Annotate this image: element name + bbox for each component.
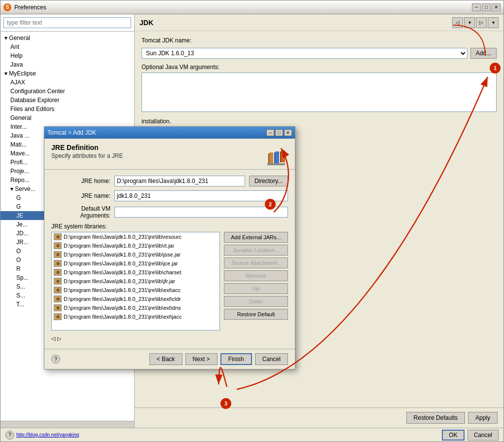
lib-item-9[interactable]: ⚙ D:\program files\Java\jdk1.8.0_231\jre…	[52, 312, 219, 321]
jre-home-row: JRE home: Directory...	[51, 176, 288, 186]
lib-item-text-7: D:\program files\Java\jdk1.8.0_231\jre\l…	[64, 296, 181, 302]
lib-scroll-nav: ◁ ▷	[51, 334, 288, 343]
lib-item-8[interactable]: ⚙ D:\program files\Java\jdk1.8.0_231\jre…	[52, 303, 219, 312]
svg-rect-4	[275, 151, 279, 163]
sidebar-item-help[interactable]: Help	[0, 51, 134, 60]
nav-buttons: ◁ ▾ ▷ ▾	[452, 17, 499, 28]
filter-container	[0, 14, 134, 32]
jdk-select[interactable]: Sun JDK 1.6.0_13	[142, 48, 468, 59]
lib-item-text-3: D:\program files\Java\jdk1.8.0_231\jre\l…	[64, 260, 178, 266]
dialog-title-buttons: ─ □ ✕	[266, 129, 292, 136]
optional-label: Optional Java VM arguments:	[142, 64, 497, 71]
lib-item-text-8: D:\program files\Java\jdk1.8.0_231\jre\l…	[64, 305, 181, 311]
sidebar-item-files-editors[interactable]: Files and Editors	[0, 105, 134, 113]
dialog-header-text: JRE Definition Specify attributes for a …	[51, 144, 258, 159]
nav-forward-button[interactable]: ▷	[476, 17, 487, 28]
status-bar-right: OK Cancel	[442, 430, 499, 441]
jdk-name-row: Tomcat JDK name:	[142, 37, 497, 44]
lib-item-5[interactable]: ⚙ D:\program files\Java\jdk1.8.0_231\jre…	[52, 277, 219, 286]
lib-item-text-4: D:\program files\Java\jdk1.8.0_231\jre\l…	[64, 269, 181, 275]
lib-item-2[interactable]: ⚙ D:\program files\Java\jdk1.8.0_231\jre…	[52, 250, 219, 259]
sidebar-item-general[interactable]: ▾ General	[0, 34, 134, 42]
sidebar-item-config-center[interactable]: Configuration Center	[0, 87, 134, 96]
scroll-right-icon[interactable]: ▷	[57, 335, 61, 342]
dialog-close-button[interactable]: ✕	[284, 129, 292, 136]
dialog-title: Tomcat > Add JDK	[47, 129, 266, 136]
sidebar-scrollbar[interactable]	[0, 421, 134, 428]
source-attachment-button[interactable]: Source Attachment .	[224, 258, 288, 268]
libraries-buttons: Add External JARs... Javadoc Location...…	[224, 232, 288, 331]
jre-home-label: JRE home:	[51, 178, 110, 184]
vm-arguments-input[interactable]	[142, 73, 497, 112]
help-button[interactable]: ?	[5, 431, 14, 440]
directory-button[interactable]: Directory...	[249, 176, 288, 186]
default-vm-input[interactable]	[114, 207, 288, 218]
svg-rect-2	[269, 152, 273, 164]
sidebar-item-database-explorer[interactable]: Database Explorer	[0, 96, 134, 105]
dialog-bottom: ? < Back Next > Finish Cancel	[44, 349, 295, 369]
sidebar-item-ajax[interactable]: AJAX	[0, 78, 134, 87]
minimize-button[interactable]: ─	[472, 3, 481, 11]
dialog-help-button[interactable]: ?	[51, 355, 60, 364]
lib-icon-4: ⚙	[54, 269, 62, 276]
dialog-header-subtitle: Specify attributes for a JRE	[51, 152, 258, 159]
lib-item-7[interactable]: ⚙ D:\program files\Java\jdk1.8.0_231\jre…	[52, 295, 219, 303]
down-button[interactable]: Down	[224, 296, 288, 307]
restore-defaults-button[interactable]: Restore Defaults	[406, 412, 465, 424]
close-button[interactable]: ✕	[492, 3, 501, 11]
info-line-1: installation.	[142, 117, 497, 126]
lib-icon-7: ⚙	[54, 295, 62, 302]
libraries-list[interactable]: ⚙ D:\program files\Java\jdk1.8.0_231\jre…	[51, 232, 220, 331]
title-bar: S Preferences ─ □ ✕	[0, 0, 504, 14]
filter-input[interactable]	[3, 17, 131, 28]
restore-default-button[interactable]: Restore Default	[224, 309, 288, 320]
javadoc-location-button[interactable]: Javadoc Location...	[224, 245, 288, 256]
lib-item-4[interactable]: ⚙ D:\program files\Java\jdk1.8.0_231\jre…	[52, 268, 219, 277]
scroll-left-icon[interactable]: ◁	[51, 335, 55, 342]
back-button[interactable]: < Back	[149, 353, 182, 365]
nav-dropdown-button[interactable]: ▾	[464, 17, 475, 28]
dialog-maximize-button[interactable]: □	[275, 129, 283, 136]
panel-bottom: Restore Defaults Apply	[135, 407, 504, 428]
sidebar-item-myeclipse[interactable]: ▾ MyEclipse	[0, 69, 134, 78]
remove-button[interactable]: Remove	[224, 270, 288, 281]
dialog-header: JRE Definition Specify attributes for a …	[44, 139, 295, 170]
lib-item-3[interactable]: ⚙ D:\program files\Java\jdk1.8.0_231\jre…	[52, 259, 219, 268]
app-icon: S	[3, 3, 11, 11]
dialog-minimize-button[interactable]: ─	[266, 129, 274, 136]
nav-forward-dropdown[interactable]: ▾	[488, 17, 499, 28]
finish-button[interactable]: Finish	[220, 353, 252, 365]
lib-item-1[interactable]: ⚙ D:\program files\Java\jdk1.8.0_231\jre…	[52, 241, 219, 250]
window-controls: ─ □ ✕	[472, 3, 501, 11]
maximize-button[interactable]: □	[482, 3, 491, 11]
libraries-label: JRE system libraries:	[51, 223, 288, 230]
panel-title: JDK	[140, 19, 153, 27]
ok-button[interactable]: OK	[442, 430, 464, 441]
lib-item-text-9: D:\program files\Java\jdk1.8.0_231\jre\l…	[64, 314, 182, 320]
add-jdk-dialog: Tomcat > Add JDK ─ □ ✕ JRE Definition Sp…	[44, 126, 295, 369]
url-display: http://blog.csdn.net/yangking	[16, 432, 79, 438]
sidebar-item-general2[interactable]: General	[0, 113, 134, 122]
lib-item-text-6: D:\program files\Java\jdk1.8.0_231\jre\l…	[64, 287, 180, 293]
apply-button[interactable]: Apply	[468, 412, 498, 424]
sidebar-item-ant[interactable]: Ant	[0, 42, 134, 51]
up-button[interactable]: Up	[224, 283, 288, 294]
lib-item-text-1: D:\program files\Java\jdk1.8.0_231\jre\l…	[64, 243, 174, 249]
main-window: S Preferences ─ □ ✕ ▾ General Ant Help J…	[0, 0, 504, 442]
lib-icon-9: ⚙	[54, 313, 62, 320]
add-jdk-button[interactable]: Add...	[470, 48, 497, 59]
nav-back-button[interactable]: ◁	[452, 17, 463, 28]
jre-home-input[interactable]	[114, 176, 245, 186]
jre-name-input[interactable]	[114, 190, 288, 201]
jre-name-row: JRE name:	[51, 190, 288, 201]
lib-item-0[interactable]: ⚙ D:\program files\Java\jdk1.8.0_231\jre…	[52, 232, 219, 241]
lib-icon-5: ⚙	[54, 278, 62, 285]
lib-icon-6: ⚙	[54, 287, 62, 294]
next-button[interactable]: Next >	[185, 353, 217, 365]
lib-icon-2: ⚙	[54, 251, 62, 258]
sidebar-item-java[interactable]: Java	[0, 60, 134, 69]
lib-item-6[interactable]: ⚙ D:\program files\Java\jdk1.8.0_231\jre…	[52, 286, 219, 295]
main-cancel-button[interactable]: Cancel	[468, 430, 499, 441]
cancel-dialog-button[interactable]: Cancel	[255, 353, 288, 365]
add-external-jars-button[interactable]: Add External JARs...	[224, 232, 288, 243]
